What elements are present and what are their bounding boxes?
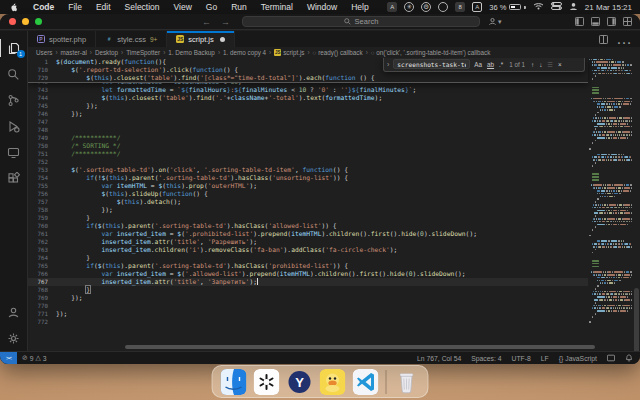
tab-spotter-php[interactable]: Pspotter.php (28, 31, 96, 47)
dock-vscode-icon[interactable] (353, 369, 379, 395)
menu-item-view[interactable]: View (167, 2, 199, 12)
sidebar-item-run-debug[interactable] (0, 113, 28, 139)
code-line-757[interactable]: 757 $(this).detach(); (28, 198, 588, 206)
code-line-770[interactable]: 770 (28, 302, 588, 310)
code-line-747[interactable]: 747 (28, 118, 588, 126)
box-status-icon[interactable]: 8 (455, 2, 465, 12)
code-line-758[interactable]: 758 }); (28, 206, 588, 214)
code-line-759[interactable]: 759 } (28, 214, 588, 222)
line-number[interactable]: 754 (28, 174, 56, 182)
close-window-button[interactable] (9, 18, 16, 25)
code-line-765[interactable]: 765 if($(this).parent('.sorting-table-td… (28, 262, 588, 270)
code-line-769[interactable]: 769 }); (28, 294, 588, 302)
breadcrumb-item[interactable]: ◌on('click', '.sorting-table-td-item') c… (371, 49, 491, 56)
code-line-771[interactable]: 771}); (28, 310, 588, 318)
encoding-setting[interactable]: UTF-8 (507, 355, 536, 362)
code-line-760[interactable]: 760 if($(this).parent('.sorting-table-td… (28, 222, 588, 230)
line-number[interactable]: 751 (28, 150, 56, 158)
line-number[interactable]: 772 (28, 318, 56, 326)
line-number[interactable]: 729 (28, 74, 56, 82)
code-line-748[interactable]: 748 (28, 126, 588, 134)
code-line-743[interactable]: 743 let formattedTime = `${finalHours}:$… (28, 86, 588, 94)
code-line-746[interactable]: 746 }); (28, 110, 588, 118)
account-icon[interactable] (0, 299, 28, 325)
breadcrumb-item[interactable]: ◌ready() callback (313, 49, 363, 56)
close-find-icon[interactable]: × (557, 61, 563, 68)
language-mode[interactable]: {} JavaScript (554, 355, 602, 362)
next-match-icon[interactable]: ↓ (538, 61, 543, 68)
line-number[interactable]: 765 (28, 262, 56, 270)
line-number[interactable]: 753 (28, 166, 56, 174)
breadcrumb-item[interactable]: JSscript.js (274, 49, 304, 56)
line-number[interactable]: 769 (28, 294, 56, 302)
code-line-762[interactable]: 762 inserted_item.attr('title', 'Разреши… (28, 238, 588, 246)
feedback-icon[interactable] (602, 354, 620, 362)
toggle-secondary-sidebar-icon[interactable] (607, 17, 616, 26)
code-line-751[interactable]: 751 /***********/ (28, 150, 588, 158)
line-number[interactable]: 771 (28, 310, 56, 318)
menu-item-code[interactable]: Code (26, 2, 61, 12)
line-number[interactable]: 763 (28, 246, 56, 254)
assistant-icon[interactable]: ✳ (404, 2, 414, 12)
minimap[interactable] (588, 58, 632, 351)
menu-item-run[interactable]: Run (224, 2, 254, 12)
code-line-749[interactable]: 749 /***********/ (28, 134, 588, 142)
whole-word-icon[interactable]: ab (486, 61, 495, 68)
line-number[interactable]: 755 (28, 182, 56, 190)
line-number[interactable]: 746 (28, 110, 56, 118)
menu-item-selection[interactable]: Selection (118, 2, 167, 12)
match-case-icon[interactable]: Aa (473, 61, 483, 68)
menu-item-help[interactable]: Help (344, 2, 375, 12)
line-number[interactable]: 758 (28, 206, 56, 214)
code-line-766[interactable]: 766 var inserted_item = $('.allowed-list… (28, 270, 588, 278)
split-editor-icon[interactable] (599, 35, 608, 44)
code-line-761[interactable]: 761 var inserted_item = $('.prohibited-l… (28, 230, 588, 238)
indentation-setting[interactable]: Spaces: 4 (466, 355, 506, 362)
line-number[interactable]: 748 (28, 126, 56, 134)
circle-status-icon[interactable] (438, 2, 448, 12)
remote-indicator[interactable]: >< (0, 352, 17, 365)
control-center-icon[interactable] (551, 2, 562, 12)
line-number[interactable]: 710 (28, 66, 56, 74)
customize-layout-icon[interactable] (623, 17, 632, 26)
battery-indicator[interactable]: 36 % (489, 3, 526, 12)
code-line-754[interactable]: 754 if(!$(this).parent('.sorting-table-t… (28, 174, 588, 182)
code-line-763[interactable]: 763 inserted_item.children('i').removeCl… (28, 246, 588, 254)
code-line-729[interactable]: 729 $(this).closest('table').find('[clas… (28, 74, 588, 82)
menu-item-file[interactable]: File (61, 2, 89, 12)
line-number[interactable]: 757 (28, 198, 56, 206)
app-status-icon[interactable]: A (387, 2, 397, 12)
user-menu-icon[interactable] (569, 2, 578, 13)
code-line-764[interactable]: 764 } (28, 254, 588, 262)
sidebar-item-explorer[interactable]: 1 (0, 35, 28, 61)
line-number[interactable]: 745 (28, 102, 56, 110)
apple-menu-icon[interactable] (8, 3, 20, 12)
breadcrumb-item[interactable]: Users (36, 49, 52, 56)
code-line-744[interactable]: 744 $(this).closest('table').find('.'+cl… (28, 94, 588, 102)
sidebar-item-remote-explorer[interactable] (0, 139, 28, 165)
zoom-window-button[interactable] (35, 18, 42, 25)
toggle-panel-icon[interactable] (591, 17, 600, 26)
line-number[interactable]: 744 (28, 94, 56, 102)
dock-trash-icon[interactable] (394, 369, 420, 395)
menu-item-window[interactable]: Window (300, 2, 344, 12)
line-number[interactable]: 752 (28, 158, 56, 166)
line-number[interactable]: 766 (28, 270, 56, 278)
menu-item-edit[interactable]: Edit (89, 2, 118, 12)
sidebar-item-extensions[interactable] (0, 165, 28, 191)
regex-icon[interactable]: .* (498, 61, 504, 68)
breadcrumb-item[interactable]: 1. Demo Backup (168, 49, 215, 56)
line-number[interactable]: 743 (28, 86, 56, 94)
toggle-replace-icon[interactable]: › (386, 61, 390, 68)
line-number[interactable]: 750 (28, 142, 56, 150)
cursor-position[interactable]: Ln 767, Col 54 (412, 355, 466, 362)
previous-match-icon[interactable]: ↑ (530, 61, 535, 68)
line-number[interactable]: 764 (28, 254, 56, 262)
profile-switcher-icon[interactable]: ▾ (488, 17, 502, 26)
code-line-768[interactable]: 768 } (28, 286, 588, 294)
menu-bar-clock[interactable]: 21 Mar 15:21 (585, 3, 632, 12)
gear-status-icon[interactable]: ⚙ (421, 2, 431, 12)
code-line-752[interactable]: 752 (28, 158, 588, 166)
line-number[interactable]: 767 (28, 278, 56, 286)
line-number[interactable]: 747 (28, 118, 56, 126)
